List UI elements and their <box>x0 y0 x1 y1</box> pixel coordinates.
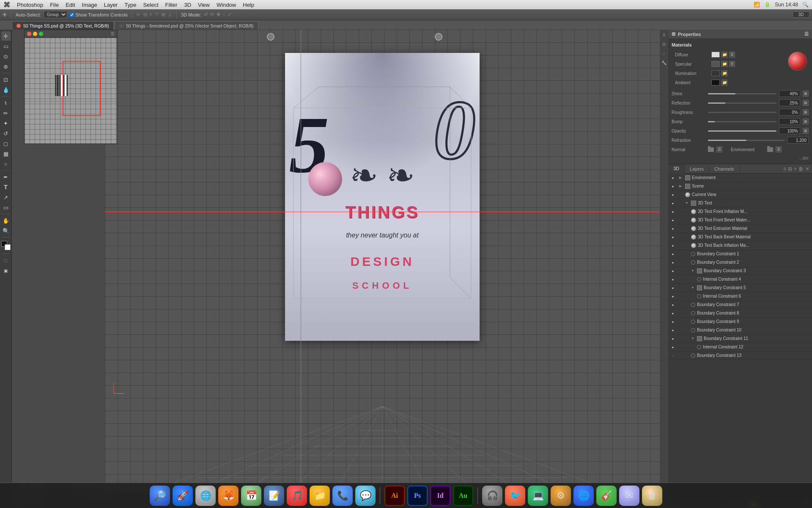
layer-eye-3d_extrusion[interactable] <box>670 226 676 232</box>
dock-illustrator[interactable]: Ai <box>384 486 405 506</box>
quick-mask-btn[interactable]: ⬚ <box>1 256 11 265</box>
layer-icon-delete[interactable]: 🗑 <box>798 166 804 172</box>
layer-icon-list[interactable]: ≡ <box>783 166 786 172</box>
menu-photoshop[interactable]: Photoshop <box>17 2 43 8</box>
history-brush-tool[interactable]: ↺ <box>1 129 11 138</box>
menu-view[interactable]: View <box>198 2 210 8</box>
layer-eye-scene[interactable] <box>670 183 676 189</box>
refraction-slider[interactable] <box>708 140 785 141</box>
dock-indesign[interactable]: Id <box>430 486 450 506</box>
pen-tool[interactable]: ✒ <box>1 172 11 182</box>
specular-folder-btn[interactable]: 📁 <box>721 61 727 67</box>
illumination-color[interactable] <box>711 70 720 76</box>
layer-item-bc3_grp[interactable]: ▼ Boundary Constraint 3 <box>668 267 812 275</box>
layer-triangle-3d_text[interactable]: ▼ <box>685 201 689 205</box>
layer-eye-env[interactable] <box>670 175 676 181</box>
type-tool[interactable]: T <box>1 182 11 192</box>
roughness-slider[interactable] <box>708 112 776 113</box>
layer-eye-3d_front_bevel[interactable] <box>670 217 676 223</box>
marquee-tool[interactable]: ▭ <box>1 41 11 51</box>
layer-eye-bc10[interactable] <box>670 327 676 333</box>
quick-select-tool[interactable]: ⊛ <box>1 62 11 71</box>
layer-eye-bc2[interactable] <box>670 260 676 265</box>
refraction-input[interactable] <box>787 137 809 144</box>
tab-1-close[interactable] <box>16 24 21 28</box>
layer-item-current_view[interactable]: Current View <box>668 190 812 199</box>
dock-audition[interactable]: Au <box>453 486 473 506</box>
zoom-tool[interactable]: 🔍 <box>1 226 11 235</box>
spot-heal-tool[interactable]: ⚕ <box>1 98 11 108</box>
align-right-icon[interactable]: ⊧ <box>150 12 152 17</box>
illumination-folder-btn[interactable]: 📁 <box>721 70 727 76</box>
canvas-workspace[interactable]: 5 0 ❧ ❧ THINGS they never taught you at … <box>105 30 660 508</box>
move-tool[interactable]: ✛ <box>1 31 11 41</box>
layer-eye-3d_back_bevel[interactable] <box>670 234 676 240</box>
dock-safari[interactable]: 🌐 <box>195 486 216 506</box>
properties-menu-icon[interactable]: ☰ <box>804 31 809 37</box>
screen-mode-btn[interactable]: ▣ <box>1 266 11 275</box>
env-menu-btn[interactable]: ☰ <box>776 146 782 152</box>
nav-min-btn[interactable] <box>33 32 37 36</box>
normal-menu-btn[interactable]: ☰ <box>716 146 722 152</box>
auto-select-dropdown[interactable]: Group Layer <box>44 11 67 18</box>
layer-item-bc7[interactable]: Boundary Constraint 7 <box>668 301 812 309</box>
menu-3d[interactable]: 3D <box>184 2 191 8</box>
layer-eye-3d_back_inflation[interactable] <box>670 243 676 248</box>
layer-eye-current_view[interactable] <box>670 192 676 198</box>
specular-menu-btn[interactable]: ☰ <box>729 61 735 67</box>
layer-item-bc13[interactable]: Boundary Constraint 13 <box>668 351 812 360</box>
right-icon-3[interactable]: ↕ <box>661 50 667 57</box>
specular-color[interactable] <box>711 61 720 67</box>
layer-item-3d_text[interactable]: ▼ 3D Text <box>668 199 812 207</box>
dock-headphones[interactable]: 🎧 <box>482 486 502 506</box>
dock-notes[interactable]: 📝 <box>264 486 284 506</box>
layer-triangle-scene[interactable]: ▶ <box>679 184 683 188</box>
layer-item-bc10[interactable]: Boundary Constraint 10 <box>668 326 812 334</box>
layer-item-3d_front_inflation[interactable]: 3D Text Front Inflation M... <box>668 207 812 216</box>
layer-icon-grid[interactable]: ⊞ <box>788 166 792 172</box>
diffuse-color-1[interactable] <box>711 52 720 58</box>
layer-eye-ic6[interactable] <box>670 293 676 299</box>
clone-tool[interactable]: ✦ <box>1 119 11 128</box>
menu-select[interactable]: Select <box>143 2 158 8</box>
layer-item-bc2[interactable]: Boundary Constraint 2 <box>668 258 812 267</box>
align-top-icon[interactable]: ⊤ <box>155 12 159 17</box>
apple-menu[interactable]: ⌘ <box>3 1 10 9</box>
layer-eye-bc7[interactable] <box>670 302 676 308</box>
layer-item-bc9[interactable]: Boundary Constraint 9 <box>668 318 812 326</box>
dock-photoshop[interactable]: Ps <box>407 486 428 506</box>
diffuse-folder-btn[interactable]: 📁 <box>721 52 727 58</box>
gradient-tool[interactable]: ▦ <box>1 149 11 158</box>
menu-file[interactable]: File <box>50 2 59 8</box>
tab-3d[interactable]: 3D <box>668 164 685 174</box>
layer-item-ic4[interactable]: Internal Constraint 4 <box>668 275 812 284</box>
align-middle-icon[interactable]: ⊞ <box>162 12 165 17</box>
layer-eye-bc9[interactable] <box>670 319 676 325</box>
tab-2-close[interactable] <box>119 24 123 28</box>
tab-layers[interactable]: Layers <box>685 164 709 174</box>
guide-handle-2[interactable] <box>435 33 442 41</box>
dock-settings[interactable]: ⚙ <box>551 486 571 506</box>
path-select-tool[interactable]: ↗ <box>1 193 11 202</box>
show-transform-checkbox[interactable] <box>70 13 74 17</box>
background-color[interactable] <box>5 244 11 250</box>
layer-eye-bc11_grp[interactable] <box>670 336 676 342</box>
right-icon-1[interactable]: A <box>661 31 667 38</box>
menu-layer[interactable]: Layer <box>104 2 118 8</box>
layer-icon-close[interactable]: ✕ <box>805 166 809 172</box>
dock-phone[interactable]: 📞 <box>332 486 353 506</box>
align-center-icon[interactable]: ⊟ <box>143 12 147 17</box>
bump-icon-btn[interactable]: ⊞ <box>803 119 809 124</box>
tab-channels[interactable]: Channels <box>709 164 739 174</box>
3d-slide-icon[interactable]: ↕ <box>223 12 225 17</box>
shine-icon-btn[interactable]: ⊞ <box>803 91 809 97</box>
roughness-input[interactable] <box>779 109 800 116</box>
layer-item-3d_back_bevel[interactable]: 3D Text Back Bevel Material <box>668 233 812 241</box>
right-icon-2[interactable]: ⊞ <box>661 41 667 47</box>
menu-window[interactable]: Window <box>217 2 236 8</box>
layer-eye-ic12[interactable] <box>670 344 676 350</box>
reflection-icon-btn[interactable]: ⊞ <box>803 100 809 106</box>
layer-triangle-bc3_grp[interactable]: ▼ <box>691 269 695 273</box>
navigator-content[interactable] <box>25 38 117 144</box>
move-tool-icon[interactable]: ✛ <box>3 12 7 18</box>
